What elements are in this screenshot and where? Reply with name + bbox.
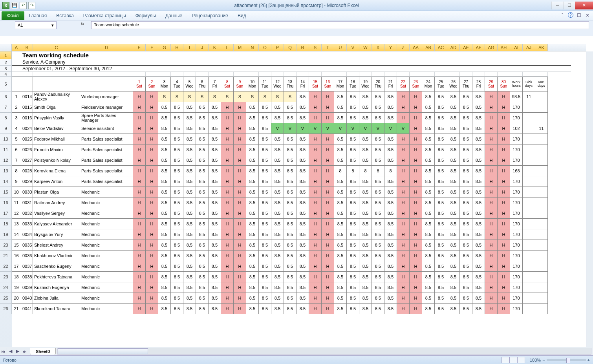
cell[interactable]: H xyxy=(397,251,410,261)
cell[interactable]: 8.5 xyxy=(296,229,309,240)
cell[interactable]: 8.5 xyxy=(259,145,271,155)
day-header-24[interactable]: 24Mon xyxy=(422,77,435,91)
cell[interactable]: 8.5 xyxy=(196,113,209,123)
cell[interactable]: 8.5 xyxy=(447,261,460,272)
cell[interactable] xyxy=(523,123,535,134)
cell[interactable]: 8.5 xyxy=(384,91,397,102)
cell[interactable]: 8.5 xyxy=(472,123,485,134)
cell[interactable]: H xyxy=(221,113,234,123)
cell[interactable] xyxy=(171,72,183,77)
col-header-AC[interactable]: AC xyxy=(435,44,447,51)
cell[interactable]: 0028 xyxy=(21,166,33,176)
cell[interactable]: H xyxy=(485,113,498,123)
cell[interactable] xyxy=(397,72,410,77)
cell[interactable]: 8.5 xyxy=(259,293,271,304)
cell[interactable]: 8.5 xyxy=(209,208,221,219)
cell[interactable]: 8.5 xyxy=(183,198,196,208)
cell[interactable]: 170 xyxy=(510,134,523,145)
cell[interactable]: 12 xyxy=(12,208,21,219)
cell[interactable]: 8.5 xyxy=(447,240,460,251)
cell[interactable]: H xyxy=(221,240,234,251)
cell[interactable]: H xyxy=(146,208,158,219)
cell[interactable] xyxy=(535,145,548,155)
cell[interactable]: H xyxy=(498,91,510,102)
cell[interactable]: H xyxy=(234,187,246,198)
cell[interactable]: 8.5 xyxy=(472,251,485,261)
cell[interactable]: 170 xyxy=(510,282,523,293)
cell[interactable] xyxy=(523,208,535,219)
cell[interactable]: 8.5 xyxy=(472,102,485,113)
cell[interactable]: 8.5 xyxy=(158,113,171,123)
row-header-12[interactable]: 12 xyxy=(0,155,12,166)
cell[interactable]: H xyxy=(234,134,246,145)
cell[interactable]: H xyxy=(234,251,246,261)
cell[interactable]: 8.5 xyxy=(372,91,384,102)
cell[interactable] xyxy=(146,72,158,77)
cell[interactable]: 8.5 xyxy=(334,145,347,155)
cell[interactable]: 8.5 xyxy=(271,261,284,272)
cell[interactable]: H xyxy=(309,272,322,282)
cell[interactable]: 0029 xyxy=(21,176,33,187)
cell[interactable]: H xyxy=(309,166,322,176)
row-header-14[interactable]: 14 xyxy=(0,176,12,187)
redo-icon[interactable]: ↷ xyxy=(28,2,35,9)
cell[interactable]: 8 xyxy=(334,166,347,176)
col-header-C[interactable]: C xyxy=(33,44,80,51)
column-headers[interactable]: ABCDEFGHIJKLMNOPQRSTUVWXYZAAABACADAEAFAG… xyxy=(12,44,586,51)
cell[interactable]: 8.5 xyxy=(246,123,259,134)
cell[interactable] xyxy=(523,261,535,272)
cell[interactable]: H xyxy=(309,261,322,272)
cell[interactable]: 8.5 xyxy=(209,261,221,272)
cell[interactable] xyxy=(535,91,548,102)
cell[interactable]: H xyxy=(309,219,322,229)
cell[interactable]: V xyxy=(284,123,296,134)
cell[interactable]: 8.5 xyxy=(296,91,309,102)
cell[interactable]: 8.5 xyxy=(183,155,196,166)
col-header-S[interactable]: S xyxy=(309,44,322,51)
cell[interactable] xyxy=(133,72,146,77)
cell[interactable]: 8.5 xyxy=(460,155,472,166)
cell[interactable]: H xyxy=(221,187,234,198)
cell[interactable]: 8.5 xyxy=(372,229,384,240)
cell[interactable]: H xyxy=(146,229,158,240)
cell[interactable]: Parts Sales specialist xyxy=(80,145,133,155)
cell[interactable]: Parts Sales specialist xyxy=(80,176,133,187)
cell[interactable]: 8.5 xyxy=(460,251,472,261)
cell[interactable]: 8.5 xyxy=(271,304,284,314)
cell[interactable]: 8.5 xyxy=(183,261,196,272)
cell[interactable]: 8.5 xyxy=(472,198,485,208)
cell[interactable]: 8.5 xyxy=(472,176,485,187)
cell[interactable]: 8.5 xyxy=(372,134,384,145)
cell[interactable]: 8.5 xyxy=(196,272,209,282)
cell[interactable]: 8.5 xyxy=(460,261,472,272)
cell[interactable]: 8.5 xyxy=(271,113,284,123)
cell[interactable]: 8.5 xyxy=(171,251,183,261)
cell[interactable]: 8.5 xyxy=(460,219,472,229)
cell[interactable]: 8.5 xyxy=(246,304,259,314)
cell[interactable]: 8.5 xyxy=(384,102,397,113)
cell[interactable]: 8.5 xyxy=(158,208,171,219)
cell[interactable]: 8.5 xyxy=(246,293,259,304)
cell[interactable]: 8.5 xyxy=(472,187,485,198)
cell[interactable] xyxy=(523,145,535,155)
cell[interactable]: 8.5 xyxy=(472,91,485,102)
cell[interactable]: H xyxy=(133,304,146,314)
col-header-H[interactable]: H xyxy=(171,44,183,51)
cell[interactable]: 8.5 xyxy=(460,293,472,304)
cell[interactable]: 8.5 xyxy=(359,219,372,229)
cell[interactable]: H xyxy=(498,187,510,198)
cell[interactable]: H xyxy=(410,102,422,113)
cell[interactable]: 9 xyxy=(12,176,21,187)
cell[interactable]: 8.5 xyxy=(196,187,209,198)
cell[interactable]: 8.5 xyxy=(183,134,196,145)
cell[interactable]: H xyxy=(485,134,498,145)
cell[interactable]: 8.5 xyxy=(259,134,271,145)
cell[interactable]: 8.5 xyxy=(347,229,359,240)
cell[interactable]: H xyxy=(485,304,498,314)
cell[interactable]: 8.5 xyxy=(372,304,384,314)
cell[interactable]: S xyxy=(246,91,259,102)
cell[interactable] xyxy=(259,72,271,77)
cell[interactable]: S xyxy=(183,91,196,102)
cell[interactable]: 8.5 xyxy=(422,91,435,102)
cell[interactable]: 8.5 xyxy=(384,198,397,208)
